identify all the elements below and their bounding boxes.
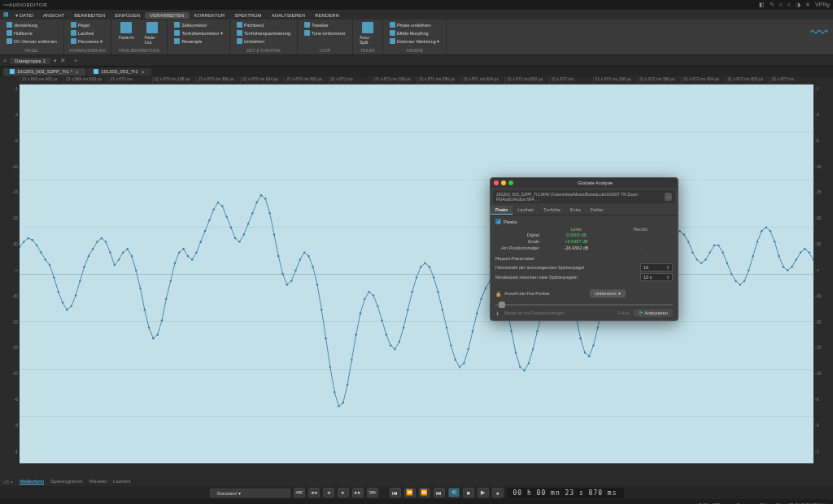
analyse-button[interactable]: ⟳Analysieren xyxy=(634,309,673,317)
menu-korrektur[interactable]: KORREKTUR xyxy=(190,12,230,19)
ribbon-tone-uniformizer[interactable]: Tone-Uniformizer xyxy=(303,29,347,37)
nudge-fwd-icon[interactable]: ▸ xyxy=(338,488,349,497)
tb-icon[interactable]: ◑ xyxy=(796,2,800,8)
ruler-tick: 21 s 872 ms 802 µs xyxy=(726,76,770,84)
ribbon-pitchbend[interactable]: Pitchbend xyxy=(235,21,292,28)
dialog-tab-fehler[interactable]: Fehler xyxy=(586,206,608,215)
menu-verarbeiten[interactable]: VERARBEITEN xyxy=(145,12,189,19)
ribbon-effekt-morphing[interactable]: Effekt-Morphing xyxy=(388,29,441,37)
ribbon-tonh-henquantisierung[interactable]: Tonhöhenquantisierung xyxy=(235,29,292,37)
nudge-back-icon[interactable]: ◂ xyxy=(323,488,334,497)
svg-point-159 xyxy=(704,259,706,260)
skip-end-icon[interactable]: ⏭ xyxy=(434,488,445,497)
svg-point-173 xyxy=(765,227,767,228)
view-tab-wavelet[interactable]: Wavelet xyxy=(89,479,107,484)
transport-bar: Standard ▾ ⋘ ◂◂ ◂ ▸ ▸▸ ⋙ ⏮ ⏪ ⏩ ⏭ ⟲ ■ ▶ ●… xyxy=(0,486,833,499)
jog-fwd-icon[interactable]: ⋙ xyxy=(367,488,378,497)
param2-spinner[interactable]: 10 s⇅ xyxy=(640,273,673,281)
record-icon[interactable]: ● xyxy=(492,488,504,497)
ribbon-zeitkorrektur[interactable]: Zeitkorrektur xyxy=(172,21,224,28)
ribbon-tweaker[interactable]: Tweaker xyxy=(303,21,347,28)
peaks-checkbox[interactable]: ✓ xyxy=(495,219,501,224)
svg-point-65 xyxy=(299,259,301,260)
dialog-titlebar[interactable]: Globale Analyse xyxy=(491,178,678,188)
hotpoints-slider[interactable] xyxy=(495,304,673,306)
menu-datei[interactable]: ▾ DATEI xyxy=(11,12,38,19)
menu-rendern[interactable]: RENDERN xyxy=(310,12,344,19)
tb-icon[interactable]: ⎌ xyxy=(787,2,791,8)
ribbon-verst-rkung[interactable]: Verstärkung xyxy=(5,21,59,28)
ribbon-panorama--[interactable]: Panorama ▾ xyxy=(69,37,104,45)
dialog-tab-lautheit[interactable]: Lautheit xyxy=(512,206,539,215)
add-group-icon[interactable]: ✕ xyxy=(57,57,69,64)
stop-icon[interactable]: ■ xyxy=(463,488,474,497)
skip-start-icon[interactable]: ⏮ xyxy=(390,488,401,497)
step-fwd-icon[interactable]: ▸▸ xyxy=(352,488,364,497)
svg-point-75 xyxy=(342,402,344,403)
menu-spektrum[interactable]: SPEKTRUM xyxy=(229,12,266,19)
menu-analysieren[interactable]: ANALYSIEREN xyxy=(267,12,311,19)
tb-icon[interactable]: ◧ xyxy=(759,2,765,8)
ribbon-h-llkurve[interactable]: Hüllkurve xyxy=(5,29,59,37)
svg-point-48 xyxy=(225,215,227,217)
ribbon-fade-out[interactable]: Fade-Out xyxy=(142,21,162,47)
marker-label: Marker an Hot-Punkten erzeugen xyxy=(504,311,565,315)
rewind-icon[interactable]: ⏪ xyxy=(404,488,416,497)
dialog-tab-extra[interactable]: Extra xyxy=(565,206,586,215)
view-tab-wellenform[interactable]: Wellenform xyxy=(20,479,44,484)
dialog-tab-tonhöhe[interactable]: Tonhöhe xyxy=(539,206,565,215)
add-tab-icon[interactable]: ＋ xyxy=(69,56,82,65)
ffwd-icon[interactable]: ⏩ xyxy=(419,488,430,497)
tab-group-label[interactable]: Dateigruppe 1 xyxy=(10,58,50,64)
transport-mode-select[interactable]: Standard ▾ xyxy=(210,489,290,497)
wave-area: 21 s 869 ms 600 µs21 s 869 ms 802 µs21 s… xyxy=(20,76,813,476)
waveform[interactable] xyxy=(20,85,813,463)
zoom-icon[interactable] xyxy=(508,180,513,185)
ribbon-fade-in[interactable]: Fade-In xyxy=(116,21,136,47)
file-tab[interactable]: 191203_003_Tr1✕ xyxy=(87,68,150,76)
jog-back-icon[interactable]: ⋘ xyxy=(294,488,305,497)
ribbon-auto-split[interactable]: Auto-Split xyxy=(358,21,377,47)
nav-icon[interactable]: ≡ xyxy=(3,58,7,63)
ribbon-umkehren[interactable]: Umkehren xyxy=(235,37,292,45)
step-back-icon[interactable]: ◂◂ xyxy=(308,488,320,497)
svg-point-9 xyxy=(58,291,59,293)
menu-einfügen[interactable]: EINFÜGEN xyxy=(110,12,145,19)
unbenannt-button[interactable]: Unbenannt▾ xyxy=(590,289,626,298)
tb-icon[interactable]: ✎ xyxy=(770,2,774,8)
loop-icon[interactable]: ⟲ xyxy=(448,488,460,497)
menu-bearbeiten[interactable]: BEARBEITEN xyxy=(69,12,110,19)
fokus-label[interactable]: Fokus xyxy=(618,311,630,315)
ribbon-tonh-henkorrektur--[interactable]: Tonhöhenkorrektur ▾ xyxy=(172,29,224,37)
file-tab[interactable]: 191203_003_S2PP_Tr1 *✕ xyxy=(3,68,85,76)
time-ruler[interactable]: 21 s 869 ms 600 µs21 s 869 ms 802 µs21 s… xyxy=(20,76,813,85)
db-label[interactable]: dB ▾ xyxy=(3,479,13,484)
svg-point-44 xyxy=(208,219,210,221)
svg-point-178 xyxy=(787,269,788,271)
add-file-icon[interactable]: ＋ xyxy=(665,193,672,201)
play-icon[interactable]: ▶ xyxy=(478,488,489,497)
dialog-tab-peaks[interactable]: Peaks xyxy=(491,206,512,215)
marker-icon[interactable]: ⬇ xyxy=(495,311,499,316)
svg-point-85 xyxy=(386,334,387,336)
tb-icon[interactable]: ✕ xyxy=(805,2,810,8)
minimize-icon[interactable] xyxy=(501,180,506,185)
view-tab-spektrogramm[interactable]: Spektrogramm xyxy=(50,479,82,484)
file-icon: ▤ xyxy=(3,11,9,18)
ribbon-lautheit[interactable]: Lautheit xyxy=(69,29,104,37)
vscale-tick: -15 xyxy=(815,345,831,350)
svg-point-89 xyxy=(403,327,404,328)
ribbon-dc-versatz-entfernen[interactable]: DC-Versatz entfernen xyxy=(5,37,59,45)
ribbon-resample[interactable]: Resample xyxy=(172,37,224,45)
param1-spinner[interactable]: 10⇅ xyxy=(640,263,673,272)
close-icon[interactable] xyxy=(494,180,499,185)
svg-point-46 xyxy=(217,202,219,203)
svg-point-77 xyxy=(351,358,352,360)
svg-point-131 xyxy=(584,352,586,354)
view-tab-lautheit[interactable]: Lautheit xyxy=(113,479,130,484)
menu-ansicht[interactable]: ANSICHT xyxy=(38,12,69,19)
tb-icon[interactable]: ⎌ xyxy=(779,2,783,8)
ribbon-pegel[interactable]: Pegel xyxy=(69,21,104,28)
ribbon-externes-werkzeug--[interactable]: Externes Werkzeug ▾ xyxy=(388,37,441,45)
ribbon-phase-umkehren[interactable]: Phase umkehren xyxy=(388,21,441,28)
